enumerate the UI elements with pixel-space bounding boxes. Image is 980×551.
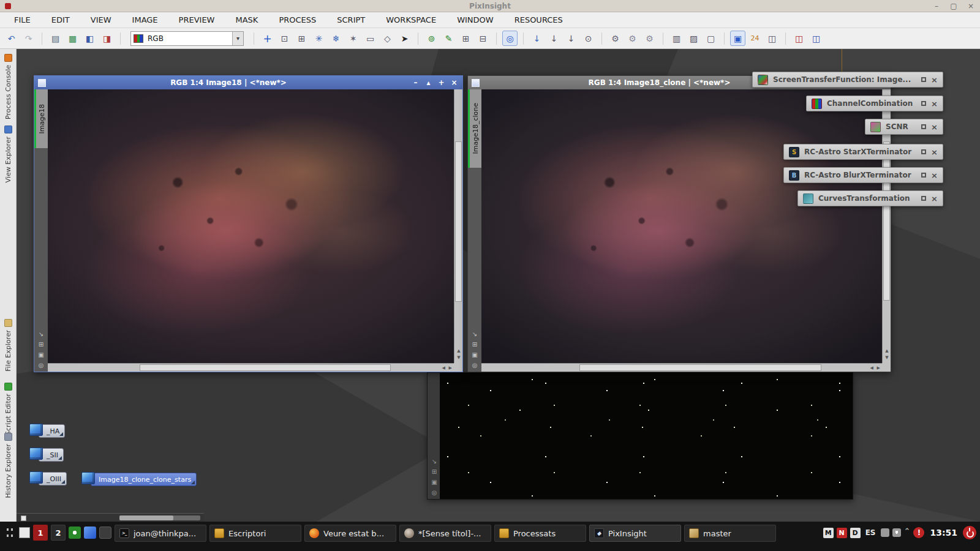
scroll-left-icon[interactable]: ◀ xyxy=(442,364,445,372)
copy-icon[interactable]: ▣ xyxy=(472,352,477,358)
color-management-icon[interactable]: ▦ xyxy=(65,31,80,46)
image-window-image18-clone[interactable]: RGB 1:4 Image18_clone | <*new*> – ▴ + × … xyxy=(467,75,891,372)
copy-icon[interactable]: ▣ xyxy=(431,479,437,485)
close-button[interactable]: × xyxy=(931,123,938,131)
process-window-blurxterminator[interactable]: B RC-Astro BlurXTerminator × xyxy=(783,167,943,183)
scrollbar-thumb[interactable] xyxy=(455,141,462,302)
process-icon-cube-sii[interactable] xyxy=(29,448,43,460)
close-button[interactable]: × xyxy=(931,100,938,108)
download-data-icon[interactable]: ↓ xyxy=(564,31,579,46)
close-button[interactable]: × xyxy=(931,76,938,84)
task-desktop[interactable]: Escriptori xyxy=(209,525,301,542)
restore-button[interactable] xyxy=(921,149,926,154)
fit-icon[interactable]: ⊞ xyxy=(39,342,43,348)
workspace-1-button[interactable]: 1 xyxy=(33,525,48,541)
image-window-titlebar[interactable]: RGB 1:4 Image18 | <*new*> – ▴ + × xyxy=(34,76,462,89)
menu-resources[interactable]: RESOURCES xyxy=(514,15,563,24)
launcher-icon-3[interactable] xyxy=(99,527,111,539)
power-button[interactable] xyxy=(963,526,976,539)
tray-status-icon[interactable] xyxy=(881,528,889,537)
global-options-icon[interactable]: ⚙ xyxy=(642,31,657,46)
task-gimp[interactable]: *[Sense títol]-... xyxy=(399,525,491,542)
new-instance-icon[interactable]: ⊚ xyxy=(424,31,439,46)
target-icon[interactable]: ◎ xyxy=(39,362,44,369)
close-button[interactable]: × xyxy=(931,195,938,203)
process-icon-cube-stars[interactable] xyxy=(81,472,95,484)
target-icon[interactable]: ◎ xyxy=(432,490,437,496)
window-icon[interactable] xyxy=(21,515,26,521)
sync-views-icon[interactable]: ⊙ xyxy=(581,31,596,46)
menu-edit[interactable]: EDIT xyxy=(51,15,70,24)
task-pixinsight[interactable]: ◆ PixInsight xyxy=(589,525,681,542)
scroll-down-icon[interactable]: ▼ xyxy=(454,355,463,360)
scroll-down-icon[interactable]: ▼ xyxy=(883,355,891,360)
zoom-in-icon[interactable]: ✳ xyxy=(311,31,326,46)
chevron-down-icon[interactable]: ▾ xyxy=(232,32,243,45)
task-terminal[interactable]: >_ joan@thinkpa... xyxy=(115,525,206,542)
process-console-icon[interactable]: ▤ xyxy=(48,31,63,46)
download-view-icon[interactable]: ↓ xyxy=(529,31,545,46)
launcher-icon-1[interactable] xyxy=(69,527,81,539)
layout-grid-icon[interactable]: ▥ xyxy=(669,31,684,46)
scrollbar-thumb[interactable] xyxy=(119,515,173,520)
zoom-button[interactable]: + xyxy=(437,78,446,87)
target-icon[interactable]: ◎ xyxy=(472,362,478,369)
task-processats[interactable]: Processats xyxy=(494,525,586,542)
menu-preview[interactable]: PREVIEW xyxy=(179,15,215,24)
close-button[interactable]: × xyxy=(450,78,459,87)
resize-icon[interactable]: ↘ xyxy=(472,331,477,337)
menu-workspace[interactable]: WORKSPACE xyxy=(386,15,436,24)
scrollbar-thumb[interactable] xyxy=(140,364,391,371)
restore-button[interactable] xyxy=(921,77,926,82)
maximize-icon[interactable]: ▢ xyxy=(949,2,958,10)
sidebar-tab-file-explorer[interactable]: File Explorer xyxy=(0,317,17,373)
menu-process[interactable]: PROCESS xyxy=(279,15,316,24)
menu-view[interactable]: VIEW xyxy=(91,15,111,24)
minimize-icon[interactable]: – xyxy=(932,2,941,10)
undo-icon[interactable]: ↶ xyxy=(4,31,19,46)
restore-button[interactable] xyxy=(921,101,926,106)
workspace-2-button[interactable]: 2 xyxy=(51,525,66,541)
notifications-icon[interactable] xyxy=(892,528,901,537)
redo-icon[interactable]: ↷ xyxy=(21,31,36,46)
task-firefox[interactable]: Veure estat b... xyxy=(304,525,396,542)
process-icon-cube-oiii[interactable] xyxy=(29,471,43,484)
screen-red-icon[interactable]: ◫ xyxy=(791,31,807,46)
sidebar-tab-script-editor[interactable]: Script Editor xyxy=(0,381,17,437)
clock[interactable]: 13:51 xyxy=(927,528,960,538)
menu-file[interactable]: FILE xyxy=(14,15,31,24)
process-window-channelcombination[interactable]: ChannelCombination × xyxy=(806,96,943,111)
download-image-icon[interactable]: ↓ xyxy=(546,31,562,46)
view-channel-selector[interactable]: RGB ▾ xyxy=(130,31,244,46)
show-desktop-icon[interactable] xyxy=(19,527,30,538)
screen-blue-icon[interactable]: ◫ xyxy=(809,31,824,46)
applications-menu-icon[interactable] xyxy=(4,525,16,541)
star-image-canvas[interactable] xyxy=(440,373,853,499)
layout-pattern-icon[interactable]: ▨ xyxy=(686,31,701,46)
browse-windows-icon[interactable]: ⊞ xyxy=(458,31,473,46)
duplicate-window-icon[interactable]: ⊟ xyxy=(475,31,491,46)
window-select-icon[interactable] xyxy=(38,79,46,87)
fit-icon[interactable]: ⊞ xyxy=(472,342,477,348)
process-window-starxterminator[interactable]: S RC-Astro StarXTerminator × xyxy=(783,144,943,160)
sidebar-tab-process-console[interactable]: Process Console xyxy=(0,52,17,121)
close-icon[interactable]: × xyxy=(967,2,975,10)
process-icon-stars[interactable]: Image18_clone_clone_stars xyxy=(91,473,197,486)
horizontal-scrollbar[interactable]: ◀ ▶ xyxy=(48,363,454,372)
menu-window[interactable]: WINDOW xyxy=(457,15,494,24)
layout-blank-icon[interactable]: ▢ xyxy=(703,31,718,46)
preferences-icon[interactable]: ⚙ xyxy=(625,31,640,46)
process-icon-cube-ha[interactable] xyxy=(29,424,43,436)
process-window-screentransferfunction[interactable]: ScreenTransferFunction: Image... × xyxy=(752,72,943,88)
restore-button[interactable] xyxy=(921,173,926,178)
stf-auto-stretch-icon[interactable]: ✶ xyxy=(345,31,361,46)
process-window-curvestransformation[interactable]: CurvesTransformation × xyxy=(797,190,943,206)
resize-icon[interactable]: ↘ xyxy=(39,331,43,337)
explorer-magnifier-icon[interactable]: ◎ xyxy=(502,31,518,46)
menu-script[interactable]: SCRIPT xyxy=(337,15,365,24)
image-window-image18[interactable]: RGB 1:4 Image18 | <*new*> – ▴ + × Image1… xyxy=(34,75,463,372)
crop-mode-icon[interactable]: ▭ xyxy=(363,31,378,46)
scroll-up-icon[interactable]: ▲ xyxy=(454,348,463,353)
shaded-window-sliver[interactable] xyxy=(17,513,204,522)
shade-button[interactable]: ▴ xyxy=(424,78,433,87)
